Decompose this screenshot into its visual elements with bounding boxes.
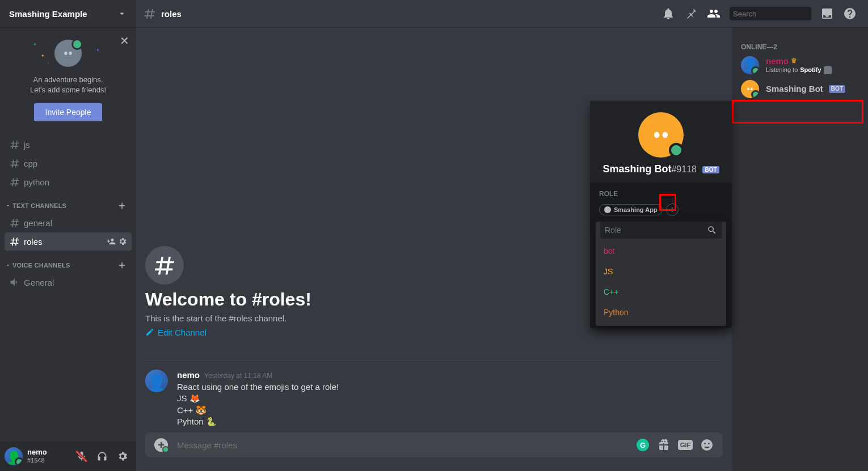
pinned-button[interactable] (684, 7, 698, 20)
speaker-icon (9, 277, 20, 288)
edit-channel-link[interactable]: Edit Channel (145, 328, 723, 337)
emoji-button[interactable] (700, 438, 714, 452)
add-role-button[interactable]: + (666, 203, 679, 216)
gift-button[interactable] (657, 438, 671, 452)
role-chip-smashing-app[interactable]: Smashing App (599, 204, 663, 215)
chat-header: roles (136, 0, 868, 27)
headphones-icon (96, 451, 108, 462)
create-invite-icon[interactable] (107, 237, 116, 246)
inbox-icon (820, 7, 834, 20)
composer-input[interactable] (177, 440, 629, 450)
category-voice-channels[interactable]: Voice Channels (0, 251, 136, 273)
invite-illustration: ✦✦•✦ (9, 36, 127, 70)
popout-avatar[interactable] (638, 112, 684, 158)
discord-logo-icon (647, 121, 675, 149)
channel-sidebar: Smashing Example ✕ ✦✦•✦ An adventure beg… (0, 0, 136, 471)
user-panel: nemo #1548 (0, 442, 136, 471)
member-status: Listening to Spotify (766, 66, 832, 74)
search-input[interactable] (733, 10, 828, 18)
microphone-icon (76, 451, 87, 462)
hash-icon (9, 176, 20, 188)
member-avatar (741, 56, 759, 74)
mute-button[interactable] (73, 447, 91, 465)
current-user-tag: #1548 (27, 457, 73, 464)
chevron-down-icon (5, 202, 11, 209)
user-avatar[interactable] (5, 447, 23, 465)
message-author[interactable]: nemo (177, 370, 200, 381)
role-search-panel: bot JS C++ Python (596, 222, 726, 326)
add-channel-icon[interactable] (117, 260, 127, 270)
hash-icon (9, 158, 20, 169)
message-composer: + G GIF (145, 432, 723, 457)
rich-presence-icon (824, 66, 832, 74)
grammarly-icon[interactable]: G (637, 439, 649, 451)
add-channel-icon[interactable] (117, 201, 127, 211)
channel-roles[interactable]: roles (5, 232, 132, 251)
chevron-down-icon (5, 262, 11, 269)
bot-tag: BOT (829, 85, 845, 93)
search-icon (707, 225, 717, 235)
notifications-button[interactable] (661, 7, 675, 20)
attach-button[interactable]: + (154, 438, 168, 452)
invite-card: ✕ ✦✦•✦ An adventure begins. Let's add so… (0, 27, 136, 130)
search-box[interactable] (730, 7, 811, 20)
popout-discriminator: #9118 (671, 164, 697, 174)
hash-icon (9, 139, 20, 150)
annotation-highlight (732, 100, 863, 124)
user-profile-popout: Smashing Bot#9118 BOT Role Smashing App … (590, 101, 732, 328)
members-group-label: Online—2 (736, 39, 863, 53)
channel-js[interactable]: js (5, 135, 132, 154)
role-option-cpp[interactable]: C++ (596, 282, 726, 302)
channel-list: js cpp python Text Channels general (0, 130, 136, 442)
help-button[interactable] (843, 7, 857, 20)
message: nemo Yesterday at 11:18 AM React using o… (145, 365, 723, 432)
pin-icon (684, 7, 698, 20)
channel-cpp[interactable]: cpp (5, 154, 132, 172)
role-option-js[interactable]: JS (596, 261, 726, 282)
invite-people-button[interactable]: Invite People (34, 103, 103, 121)
gift-icon (657, 438, 671, 452)
main-content: roles Welcome to #roles! This is the sta (136, 0, 868, 471)
role-option-bot[interactable]: bot (596, 241, 726, 261)
hash-icon (9, 217, 20, 228)
crown-icon: ♛ (791, 57, 797, 65)
member-nemo[interactable]: nemo ♛ Listening to Spotify (736, 53, 863, 77)
deafen-button[interactable] (93, 447, 111, 465)
bell-icon (661, 7, 675, 20)
channel-python[interactable]: python (5, 173, 132, 191)
voice-channel-general[interactable]: General (5, 273, 132, 291)
category-text-channels[interactable]: Text Channels (0, 192, 136, 213)
server-name: Smashing Example (9, 9, 87, 19)
role-option-python[interactable]: Python (596, 302, 726, 323)
message-body: React using one of the emojis to get a r… (177, 381, 339, 428)
chevron-down-icon (117, 9, 127, 19)
discord-logo-icon (744, 83, 756, 95)
gif-button[interactable]: GIF (679, 438, 692, 452)
pencil-icon (145, 328, 154, 337)
server-header[interactable]: Smashing Example (0, 0, 136, 27)
invite-text: An adventure begins. Let's add some frie… (9, 75, 127, 95)
member-avatar (741, 80, 759, 98)
members-icon (707, 7, 720, 20)
gear-icon (117, 451, 128, 462)
channel-name: roles (161, 9, 182, 19)
user-settings-button[interactable] (113, 447, 132, 465)
popout-username: Smashing Bot (602, 163, 671, 175)
roles-heading: Role (599, 190, 723, 198)
channel-general[interactable]: general (5, 214, 132, 232)
emoji-icon (700, 438, 714, 452)
role-search-input[interactable] (605, 226, 707, 235)
member-smashing-bot[interactable]: Smashing Bot BOT (736, 77, 863, 101)
message-avatar[interactable] (145, 370, 168, 392)
current-user-name: nemo (27, 448, 73, 457)
divider (145, 360, 723, 360)
hash-icon (145, 246, 184, 285)
gear-icon[interactable] (118, 237, 127, 246)
members-toggle-button[interactable] (707, 7, 720, 20)
hash-icon (9, 236, 20, 247)
gif-icon: GIF (678, 440, 693, 450)
members-sidebar: Online—2 nemo ♛ Listening to Spotify Sma… (732, 27, 868, 471)
help-icon (843, 7, 857, 20)
hash-icon (143, 7, 157, 20)
inbox-button[interactable] (820, 7, 834, 20)
